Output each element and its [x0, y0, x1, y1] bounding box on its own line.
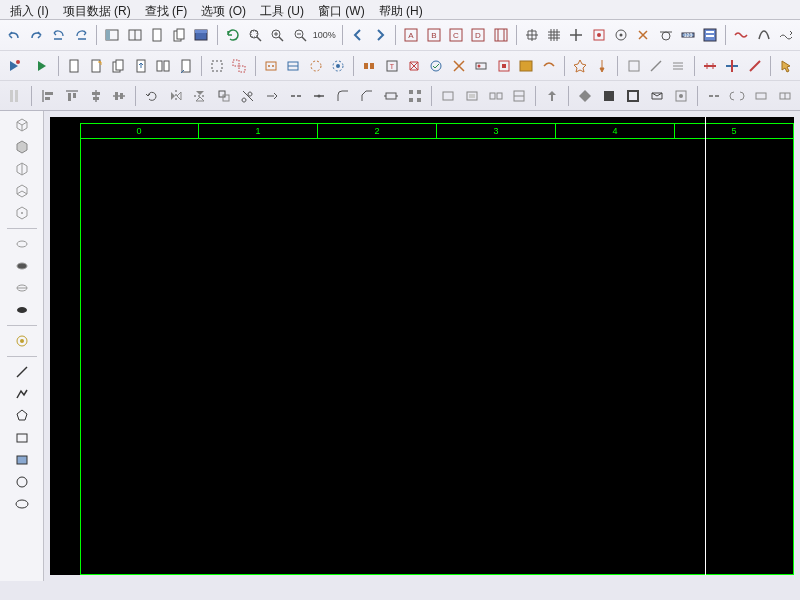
view-3d-1-icon[interactable] [12, 115, 32, 135]
pin-icon[interactable] [592, 55, 612, 77]
ortho-icon[interactable] [566, 24, 586, 46]
tool-o-icon[interactable] [646, 55, 666, 77]
conn-2-icon[interactable] [727, 85, 749, 107]
cursor-icon[interactable] [776, 55, 796, 77]
doc-icon[interactable] [63, 55, 83, 77]
shape-2-icon[interactable] [598, 85, 620, 107]
comp-b-icon[interactable] [283, 55, 303, 77]
trim-icon[interactable] [237, 85, 259, 107]
array-icon[interactable] [404, 85, 426, 107]
layer-4-icon[interactable] [509, 85, 531, 107]
draw-polyline-icon[interactable] [12, 384, 32, 404]
panel-left-icon[interactable] [102, 24, 122, 46]
tool-p-icon[interactable] [668, 55, 688, 77]
handle-icon[interactable] [4, 85, 26, 107]
draw-ellipse-icon[interactable] [12, 494, 32, 514]
menu-insert[interactable]: 插入 (I) [4, 2, 55, 17]
doc-copy-icon[interactable] [108, 55, 128, 77]
wave-signal-icon[interactable] [753, 24, 773, 46]
conn-1-icon[interactable] [703, 85, 725, 107]
align-top-icon[interactable] [61, 85, 83, 107]
drawing-canvas[interactable]: 0 1 2 3 4 5 [50, 117, 794, 575]
window-icon[interactable] [191, 24, 211, 46]
grid-b-icon[interactable]: B [423, 24, 443, 46]
bus-h-icon[interactable] [700, 55, 720, 77]
select-area-icon[interactable] [207, 55, 227, 77]
pages-icon[interactable] [169, 24, 189, 46]
snap-object-icon[interactable] [588, 24, 608, 46]
grid-e-icon[interactable] [490, 24, 510, 46]
fillet-icon[interactable] [332, 85, 354, 107]
scale-icon[interactable] [213, 85, 235, 107]
undo-icon[interactable] [4, 24, 24, 46]
menu-window[interactable]: 窗口 (W) [312, 2, 371, 17]
refresh-icon[interactable] [223, 24, 243, 46]
bus-cross-icon[interactable] [722, 55, 742, 77]
doc-new-icon[interactable] [86, 55, 106, 77]
menu-project-data[interactable]: 项目数据 (R) [57, 2, 137, 17]
run-validate-icon[interactable] [4, 55, 24, 77]
grid-a-icon[interactable]: A [401, 24, 421, 46]
panel-split-icon[interactable] [124, 24, 144, 46]
page-next-icon[interactable] [370, 24, 390, 46]
wave-export-icon[interactable] [776, 24, 796, 46]
comp-e-icon[interactable] [359, 55, 379, 77]
layer-1-icon[interactable] [437, 85, 459, 107]
select-multi-icon[interactable] [229, 55, 249, 77]
obj-2-icon[interactable] [12, 256, 32, 276]
menu-help[interactable]: 帮助 (H) [373, 2, 429, 17]
shape-5-icon[interactable] [670, 85, 692, 107]
measure-icon[interactable]: 123 [678, 24, 698, 46]
redo-icon[interactable] [26, 24, 46, 46]
grid-d-icon[interactable]: D [468, 24, 488, 46]
stretch-icon[interactable] [380, 85, 402, 107]
shape-3-icon[interactable] [622, 85, 644, 107]
doc-pair-icon[interactable] [153, 55, 173, 77]
grid-toggle-icon[interactable] [544, 24, 564, 46]
bus-diag-icon[interactable] [744, 55, 764, 77]
run-icon[interactable] [32, 55, 52, 77]
zoom-out-icon[interactable] [289, 24, 309, 46]
menu-options[interactable]: 选项 (O) [195, 2, 252, 17]
obj-4-icon[interactable] [12, 300, 32, 320]
draw-polygon-icon[interactable] [12, 406, 32, 426]
extend-icon[interactable] [261, 85, 283, 107]
comp-j-icon[interactable] [471, 55, 491, 77]
wave-red-icon[interactable] [731, 24, 751, 46]
grid-snap-icon[interactable] [522, 24, 542, 46]
target-icon[interactable] [12, 331, 32, 351]
comp-f-icon[interactable]: T [381, 55, 401, 77]
snap-attach-icon[interactable] [633, 24, 653, 46]
layer-3-icon[interactable] [485, 85, 507, 107]
snap-tangent-icon[interactable] [655, 24, 675, 46]
conn-4-icon[interactable] [774, 85, 796, 107]
properties-panel-icon[interactable] [700, 24, 720, 46]
obj-3-icon[interactable] [12, 278, 32, 298]
view-3d-3-icon[interactable] [12, 159, 32, 179]
comp-h-icon[interactable] [426, 55, 446, 77]
comp-k-icon[interactable] [494, 55, 514, 77]
conn-3-icon[interactable] [750, 85, 772, 107]
move-front-icon[interactable] [541, 85, 563, 107]
chamfer-icon[interactable] [356, 85, 378, 107]
zoom-fit-icon[interactable] [245, 24, 265, 46]
align-middle-icon[interactable] [109, 85, 131, 107]
layer-2-icon[interactable] [461, 85, 483, 107]
view-3d-5-icon[interactable] [12, 203, 32, 223]
break-icon[interactable] [285, 85, 307, 107]
align-center-icon[interactable] [85, 85, 107, 107]
comp-d-icon[interactable] [328, 55, 348, 77]
shape-4-icon[interactable] [646, 85, 668, 107]
view-3d-2-icon[interactable] [12, 137, 32, 157]
comp-c-icon[interactable] [305, 55, 325, 77]
comp-l-icon[interactable] [516, 55, 536, 77]
star-icon[interactable] [570, 55, 590, 77]
view-3d-4-icon[interactable] [12, 181, 32, 201]
page-prev-icon[interactable] [348, 24, 368, 46]
draw-rect-icon[interactable] [12, 428, 32, 448]
obj-1-icon[interactable] [12, 234, 32, 254]
redo-history-icon[interactable] [71, 24, 91, 46]
new-page-icon[interactable] [147, 24, 167, 46]
zoom-percent-label[interactable]: 100% [312, 24, 337, 46]
draw-rect-fill-icon[interactable] [12, 450, 32, 470]
